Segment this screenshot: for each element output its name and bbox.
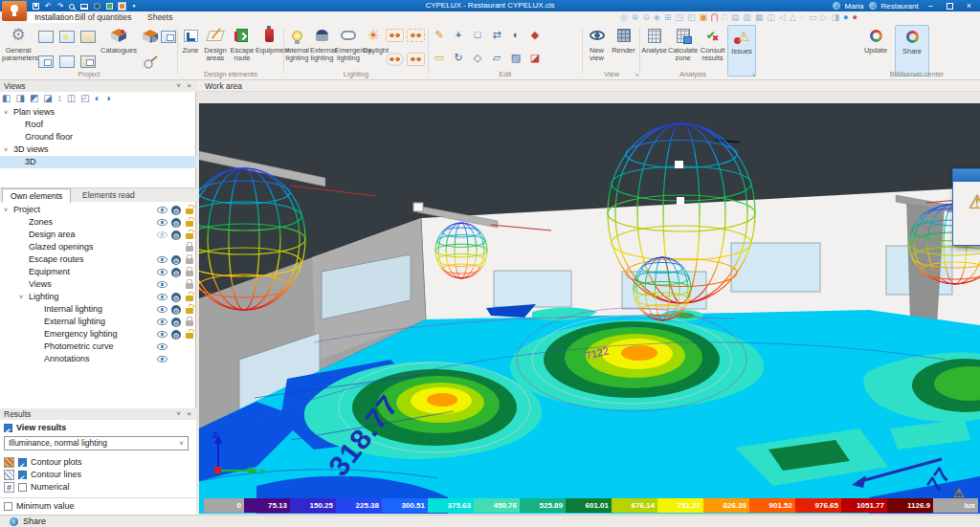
collapse-panel-icon[interactable]: ˅ bbox=[176, 408, 181, 420]
eraser-button[interactable]: ◪ bbox=[527, 50, 543, 65]
tree-item-photometric-curve[interactable]: Photometric curve bbox=[0, 340, 196, 353]
settings-gear-icon[interactable]: ⚙ bbox=[171, 268, 181, 277]
views-tool-icon[interactable]: ◩ bbox=[30, 93, 38, 103]
new-view-button[interactable]: New view bbox=[584, 25, 610, 62]
views-tool-icon[interactable]: ◪ bbox=[43, 93, 52, 103]
tree-item-zones[interactable]: Zones⚙ bbox=[0, 216, 196, 229]
views-tool-icon[interactable]: ◨ bbox=[15, 93, 24, 103]
toolbar-icon[interactable]: ⊞ bbox=[664, 12, 672, 22]
maximize-button[interactable] bbox=[947, 3, 953, 10]
lock-closed-icon[interactable] bbox=[186, 271, 193, 276]
luminaire-circle-button[interactable] bbox=[385, 52, 405, 67]
lock-open-icon[interactable] bbox=[186, 296, 193, 301]
redo-icon[interactable]: ↷ bbox=[57, 2, 64, 11]
settings-gear-icon[interactable]: ⚙ bbox=[171, 330, 181, 340]
tab-sheets[interactable]: Sheets bbox=[142, 11, 178, 23]
viewport-3d[interactable]: 318.77 7122 77 Z Y bbox=[199, 103, 980, 514]
views-tool-icon[interactable]: ◐ bbox=[95, 93, 100, 103]
lock-closed-icon[interactable] bbox=[186, 283, 193, 289]
lock-open-icon[interactable] bbox=[186, 308, 193, 314]
delete-button[interactable]: ◆ bbox=[527, 27, 543, 42]
lock-closed-icon[interactable] bbox=[186, 246, 193, 252]
toolbar-icon[interactable]: ◰ bbox=[687, 12, 696, 22]
analysis-dialog-launcher-icon[interactable]: ↘ bbox=[750, 71, 756, 78]
toolbar-icon[interactable]: ◎ bbox=[620, 12, 628, 22]
measure-button[interactable]: ▭ bbox=[432, 50, 447, 65]
toolbar-icon[interactable]: ◌ bbox=[800, 12, 805, 22]
symmetry-button[interactable]: ◐ bbox=[508, 27, 523, 42]
move-button[interactable]: + bbox=[451, 27, 466, 42]
internal-lighting-button[interactable]: Internal lighting bbox=[285, 25, 309, 62]
luminaire-pair-button[interactable] bbox=[385, 28, 405, 43]
luminaire-box-button[interactable] bbox=[406, 28, 426, 43]
project-copy-button[interactable] bbox=[36, 52, 56, 71]
undo-icon[interactable]: ↶ bbox=[45, 2, 52, 11]
tree-item-design-area[interactable]: Design area⚙ bbox=[0, 229, 196, 241]
settings-gear-icon[interactable]: ⚙ bbox=[171, 293, 181, 302]
active-view-mode-icon[interactable] bbox=[119, 3, 125, 10]
visibility-eye-icon[interactable] bbox=[157, 356, 167, 362]
warning-icon[interactable]: ⚠ bbox=[953, 486, 965, 500]
expand-caret-icon[interactable]: ˅ bbox=[4, 106, 8, 119]
lock-closed-icon[interactable] bbox=[186, 320, 193, 326]
bimserver-user-icon[interactable]: ● bbox=[852, 12, 857, 22]
zoom-icon[interactable] bbox=[69, 4, 75, 10]
settings-gear-icon[interactable]: ⚙ bbox=[171, 218, 181, 228]
visibility-eye-icon[interactable] bbox=[157, 318, 167, 325]
tree-item-3d-selected[interactable]: 3D bbox=[0, 156, 196, 168]
toolbar-icon[interactable]: ▭ bbox=[809, 12, 817, 22]
general-parameters-button[interactable]: ⚙ General parameters bbox=[2, 25, 34, 62]
lock-open-icon[interactable] bbox=[186, 221, 193, 227]
tree-item-annotations[interactable]: Annotations bbox=[0, 353, 196, 365]
tree-item-ground-floor[interactable]: Ground floor bbox=[0, 131, 196, 143]
copy-button[interactable]: □ bbox=[470, 27, 485, 42]
snap-button[interactable]: ◇ bbox=[470, 50, 485, 65]
save-icon[interactable] bbox=[33, 3, 39, 10]
close-panel-icon[interactable]: × bbox=[187, 408, 191, 420]
tree-item-internal-lighting[interactable]: Internal lighting⚙ bbox=[0, 303, 196, 316]
qat-dropdown-icon[interactable]: ▼ bbox=[131, 2, 136, 11]
tab-elements-read[interactable]: Elements read bbox=[75, 188, 143, 203]
luminaire-trapezoid-button[interactable] bbox=[406, 52, 426, 67]
tree-item-glazed-openings[interactable]: Glazed openings bbox=[0, 241, 196, 253]
collapse-panel-icon[interactable]: ˅ bbox=[176, 80, 181, 92]
bimserver-sync-icon[interactable]: ● bbox=[843, 12, 848, 22]
tree-item-equipment[interactable]: Equipment⚙ bbox=[0, 266, 196, 278]
equipment-button[interactable]: Equipment bbox=[256, 25, 282, 55]
share-button[interactable]: Share bbox=[895, 25, 929, 77]
lock-closed-icon[interactable] bbox=[186, 258, 193, 264]
view-mode-icon[interactable] bbox=[106, 3, 113, 10]
visibility-eye-icon[interactable] bbox=[157, 331, 167, 338]
visibility-eye-icon[interactable] bbox=[157, 281, 167, 288]
calculate-zone-button[interactable]: Calculate zone bbox=[668, 25, 698, 62]
tree-item-escape-routes[interactable]: Escape routes⚙ bbox=[0, 253, 196, 266]
tree-item-project[interactable]: ˅Project⚙ bbox=[0, 204, 196, 216]
visibility-eye-icon[interactable] bbox=[157, 343, 167, 350]
lock-open-icon[interactable] bbox=[186, 233, 193, 239]
issues-button[interactable]: ⚠ Issues bbox=[727, 25, 756, 77]
tree-group-lighting[interactable]: ˅Lighting⚙ bbox=[0, 291, 196, 303]
emergency-lighting-button[interactable]: Emergency lighting bbox=[335, 25, 362, 62]
analyse-button[interactable]: Analyse bbox=[641, 25, 667, 55]
views-tool-icon[interactable]: ◰ bbox=[80, 93, 89, 103]
consult-results-button[interactable]: ✔✖ Consult results bbox=[699, 25, 726, 62]
polygon-button[interactable]: ▱ bbox=[489, 50, 504, 65]
toolbar-icon[interactable]: ▤ bbox=[731, 12, 740, 22]
print-icon[interactable] bbox=[80, 4, 88, 10]
toolbar-icon[interactable]: ◫ bbox=[767, 12, 775, 22]
toolbar-icon[interactable]: ▦ bbox=[755, 12, 764, 22]
settings-gear-icon[interactable]: ⚙ bbox=[171, 206, 181, 215]
minimize-button[interactable]: – bbox=[924, 0, 938, 11]
toolbar-icon[interactable]: ⊖ bbox=[642, 12, 650, 22]
toolbar-icon[interactable]: ⊕ bbox=[632, 12, 639, 22]
toolbar-icon[interactable]: ◳ bbox=[675, 12, 683, 22]
dialog-titlebar[interactable]: Warning × bbox=[953, 169, 980, 182]
expand-caret-icon[interactable]: ˅ bbox=[4, 204, 8, 216]
close-panel-icon[interactable]: × bbox=[187, 80, 191, 92]
statusbar-share-label[interactable]: Share bbox=[23, 516, 46, 527]
project-lighting-options-button[interactable] bbox=[57, 27, 77, 46]
toolbar-icon[interactable]: ◈ bbox=[654, 12, 660, 22]
design-areas-button[interactable]: Design areas bbox=[203, 25, 228, 62]
edit-pencil-button[interactable]: ✎ bbox=[432, 27, 447, 42]
settings-gear-icon[interactable]: ⚙ bbox=[171, 231, 181, 240]
